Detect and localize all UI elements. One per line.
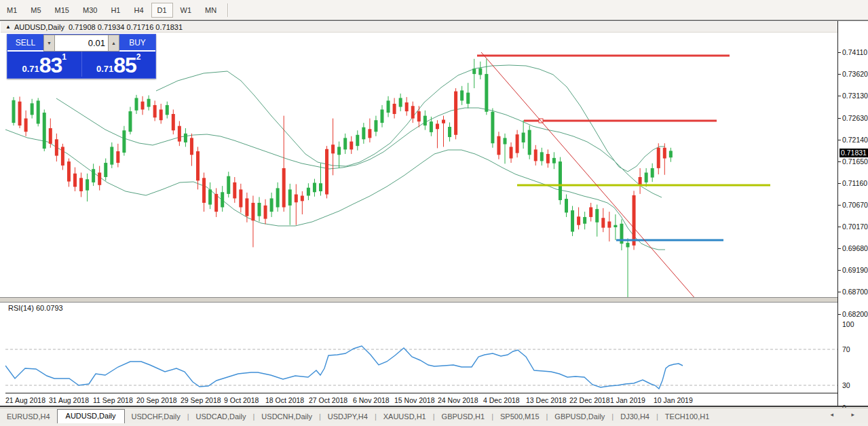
candle-body [448,127,451,137]
candle-body [282,168,286,208]
chart-tab-sp500-m15[interactable]: SP500,M15 [493,410,546,423]
chart-tab-tech100-h1[interactable]: TECH100,H1 [658,410,716,423]
candle-body [645,172,648,182]
candle-body [301,196,304,201]
candle-body [387,100,390,113]
timeframe-button-m5[interactable]: M5 [24,3,47,18]
candle-body [577,216,580,225]
price-chart-canvas[interactable] [0,21,868,406]
timeframe-button-h1[interactable]: H1 [105,3,126,18]
volume-decrease-button[interactable]: ▼ [43,35,55,52]
volume-increase-button[interactable]: ▲ [108,35,119,52]
price-axis-label: 0.73130 [842,92,868,100]
candle-body [430,121,433,132]
bollinger-upper-band [156,65,665,172]
timeframe-button-m1[interactable]: M1 [1,3,23,18]
timeframe-button-m15[interactable]: M15 [49,3,75,18]
chart-tab-audusd-daily[interactable]: AUDUSD,Daily [57,409,125,423]
candle-body [233,182,236,199]
tab-scroll-arrows[interactable]: ◂ ▸ [830,411,863,418]
candle-body [202,178,206,203]
candle-body [122,130,126,153]
candle-body [258,203,261,216]
chart-tab-usdchf-daily[interactable]: USDCHF,Daily [125,410,187,423]
chart-tab-usdcad-daily[interactable]: USDCAD,Daily [189,410,253,423]
chart-tab-usdjpy-h4[interactable]: USDJPY,H4 [321,410,375,423]
candle-body [73,174,77,187]
candle-body [166,105,169,115]
candle-body [49,128,52,144]
price-axis-label: 0.68200 [842,310,868,318]
buy-price-display[interactable]: 0.71 85 2 [82,52,156,77]
candle-body [239,189,242,207]
chart-tab-dj30-h4[interactable]: DJ30,H4 [614,410,656,423]
chart-tab-bar: EURUSD,H4AUDUSD,DailyUSDCHF,Daily|USDCAD… [0,408,868,423]
date-axis-label: 13 Dec 2018 [526,396,567,404]
timeframe-button-mn[interactable]: MN [199,3,223,18]
candle-body [18,102,22,125]
candle-body [295,195,298,203]
candle-body [110,147,113,164]
candle-body [559,161,562,200]
candle-body [639,177,642,185]
date-axis-label: 1 Jan 2019 [610,396,645,404]
candle-body [368,129,371,138]
timeframe-toolbar: M1M5M15M30H1H4D1W1MN [0,0,868,20]
timeframe-button-w1[interactable]: W1 [174,3,198,18]
price-axis-tick [838,270,841,271]
candle-body [141,102,145,110]
candle-body [337,147,341,155]
rsi-line [5,346,683,389]
date-axis[interactable]: 21 Aug 201831 Aug 201811 Sep 201820 Sep … [5,393,837,406]
date-axis-label: 20 Sep 2018 [136,396,177,404]
timeframe-button-d1[interactable]: D1 [151,3,173,18]
candle-body [454,92,457,135]
price-axis-label: 0.72140 [842,136,868,144]
price-axis-tick [838,314,841,315]
candle-body [472,69,476,74]
candle-body [504,138,507,144]
price-axis[interactable]: 0.741100.736200.731300.726300.721400.716… [838,21,868,406]
chart-tab-gbpusd-h1[interactable]: GBPUSD,H1 [435,410,492,423]
sell-price-display[interactable]: 0.71 83 1 [7,52,82,77]
candle-body [528,130,531,155]
window-bottom-frame [0,406,868,407]
candle-body [393,104,396,114]
candle-body [288,189,292,206]
chart-tab-xauusd-h1[interactable]: XAUUSD,H1 [377,410,433,423]
date-axis-label: 4 Dec 2018 [483,396,520,404]
candle-body [651,168,654,178]
candle-body [460,90,464,100]
buy-button[interactable]: BUY [119,35,155,52]
candle-body [159,109,163,120]
candle-body [405,102,409,111]
candle-body [663,148,666,159]
price-axis-label: 0.70670 [842,201,868,209]
sell-price-big: 83 [39,55,62,75]
candle-body [264,206,267,219]
candle-body [343,138,347,149]
price-axis-tick [838,161,841,162]
candle-body [245,198,248,216]
one-click-trade-panel: SELL ▼ 0.01 ▲ BUY 0.71 83 1 0.71 85 2 [7,34,156,79]
timeframe-button-m30[interactable]: M30 [77,3,103,18]
chart-tab-eurusd-h4[interactable]: EURUSD,H4 [0,410,57,423]
timeframe-button-h4[interactable]: H4 [128,3,149,18]
bollinger-lower-band [5,130,665,250]
candle-body [362,128,365,140]
candle-body [190,138,193,155]
rsi-axis-label: 30 [842,381,850,389]
candle-body [626,243,630,248]
candle-body [86,179,89,190]
chart-tab-usdcnh-daily[interactable]: USDCNH,Daily [254,410,319,423]
candle-body [601,218,605,227]
chart-window: ▲ AUDUSD,Daily 0.71908 0.71934 0.71716 0… [0,20,868,407]
price-axis-tick [838,52,841,53]
pane-splitter[interactable] [0,297,868,303]
volume-input[interactable]: 0.01 [55,35,108,52]
candle-body [270,198,273,212]
chart-tab-gbpusd-daily[interactable]: GBPUSD,Daily [548,410,611,423]
sell-button[interactable]: SELL [7,35,43,52]
candle-body [633,195,636,246]
rsi-axis-label: 100 [842,320,854,328]
